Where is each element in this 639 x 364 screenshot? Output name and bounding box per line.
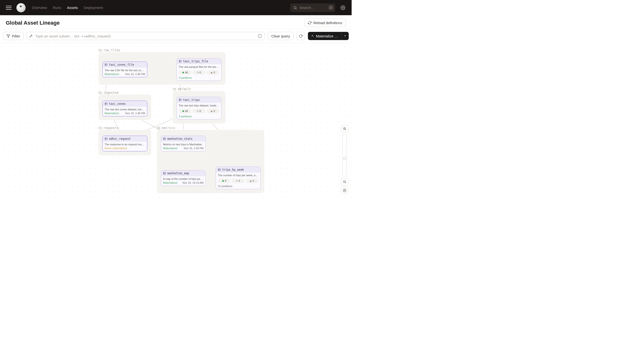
asset-trips-by-week[interactable]: trips_by_week The number of trips per we… xyxy=(216,166,261,189)
folder-icon xyxy=(99,126,102,130)
refresh-icon xyxy=(299,34,303,38)
nav-assets[interactable]: Assets xyxy=(67,6,78,10)
gear-icon xyxy=(341,5,345,10)
svg-rect-25 xyxy=(164,172,166,174)
table-icon xyxy=(179,98,182,102)
chevron-down-icon xyxy=(344,34,347,37)
refresh-icon xyxy=(308,21,312,24)
asset-taxi-trips-file[interactable]: taxi_trips_file The raw parquet files fo… xyxy=(177,58,221,81)
table-icon xyxy=(105,137,108,140)
lineage-canvas[interactable]: raw_files ingested default requests metr… xyxy=(0,43,352,198)
table-icon xyxy=(179,60,182,63)
svg-rect-10 xyxy=(179,60,181,62)
svg-rect-16 xyxy=(179,99,181,101)
svg-point-2 xyxy=(342,7,344,8)
filter-button[interactable]: Filter xyxy=(3,32,24,40)
table-icon xyxy=(218,168,221,171)
asset-taxi-zones[interactable]: taxi_zones The raw taxi zones dataset, l… xyxy=(102,101,147,116)
download-icon xyxy=(343,188,347,192)
materialize-all-button[interactable]: Materialize all… xyxy=(308,32,341,40)
asset-taxi-zones-file[interactable]: taxi_zones_file The raw CSV file for the… xyxy=(102,62,147,77)
group-label-metrics: metrics xyxy=(157,126,175,130)
folder-icon xyxy=(157,126,160,130)
group-label-default: default xyxy=(173,87,191,91)
svg-rect-7 xyxy=(105,64,107,66)
table-icon xyxy=(163,172,166,175)
asset-manhattan-stats[interactable]: manhattan_stats Metrics on taxi trips in… xyxy=(161,136,206,151)
page-title: Global Asset Lineage xyxy=(6,20,60,26)
group-label-ingested: ingested xyxy=(99,91,119,94)
svg-line-32 xyxy=(345,130,346,130)
asset-query-input[interactable] xyxy=(35,34,255,38)
folder-icon xyxy=(173,88,176,91)
svg-rect-19 xyxy=(105,138,107,140)
svg-rect-13 xyxy=(105,103,107,105)
asset-taxi-trips[interactable]: taxi_trips The raw taxi trips dataset, l… xyxy=(177,97,221,120)
logo xyxy=(17,3,26,12)
zoom-out-button[interactable] xyxy=(341,178,348,186)
table-icon xyxy=(163,137,166,140)
svg-line-36 xyxy=(345,182,346,183)
folder-icon xyxy=(99,91,102,94)
table-icon xyxy=(105,102,108,105)
asset-adhoc-request[interactable]: adhoc_request The response to an request… xyxy=(102,136,147,151)
search-icon xyxy=(293,6,297,10)
zoom-controls xyxy=(341,125,348,196)
zoom-in-button[interactable] xyxy=(341,125,348,132)
sparkle-icon xyxy=(311,34,314,38)
nav-deployment[interactable]: Deployment xyxy=(84,6,103,10)
nav-overview[interactable]: Overview xyxy=(32,6,47,10)
zoom-out-icon xyxy=(343,180,347,184)
global-search[interactable]: Search… / xyxy=(290,4,335,12)
zoom-in-icon xyxy=(343,127,347,130)
svg-rect-28 xyxy=(218,169,221,171)
export-button[interactable] xyxy=(341,187,348,194)
folder-icon xyxy=(99,48,102,52)
reload-definitions-button[interactable]: Reload definitions xyxy=(304,18,346,27)
hamburger-menu-button[interactable] xyxy=(6,5,12,10)
info-icon[interactable] xyxy=(258,34,262,38)
svg-marker-3 xyxy=(7,34,10,37)
nav-runs[interactable]: Runs xyxy=(53,6,61,10)
materialize-dropdown-button[interactable] xyxy=(341,32,349,40)
svg-line-1 xyxy=(296,8,297,9)
group-label-requests: requests xyxy=(99,126,119,130)
zoom-slider[interactable] xyxy=(342,134,347,177)
group-label-raw-files: raw_files xyxy=(99,48,120,52)
asset-manhattan-map[interactable]: manhattan_map A map of the number of tri… xyxy=(161,170,206,186)
refresh-graph-button[interactable] xyxy=(297,32,305,40)
filter-icon xyxy=(7,34,10,38)
settings-button[interactable] xyxy=(340,5,346,10)
table-icon xyxy=(105,63,108,66)
clear-query-button[interactable]: Clear query xyxy=(268,32,294,40)
svg-point-0 xyxy=(294,6,296,8)
magic-wand-icon xyxy=(29,34,33,38)
asset-query-input-container[interactable] xyxy=(27,32,265,40)
search-placeholder: Search… xyxy=(299,6,326,10)
svg-rect-22 xyxy=(164,138,166,140)
search-shortcut-key: / xyxy=(328,5,333,10)
zoom-slider-knob[interactable] xyxy=(343,157,346,160)
